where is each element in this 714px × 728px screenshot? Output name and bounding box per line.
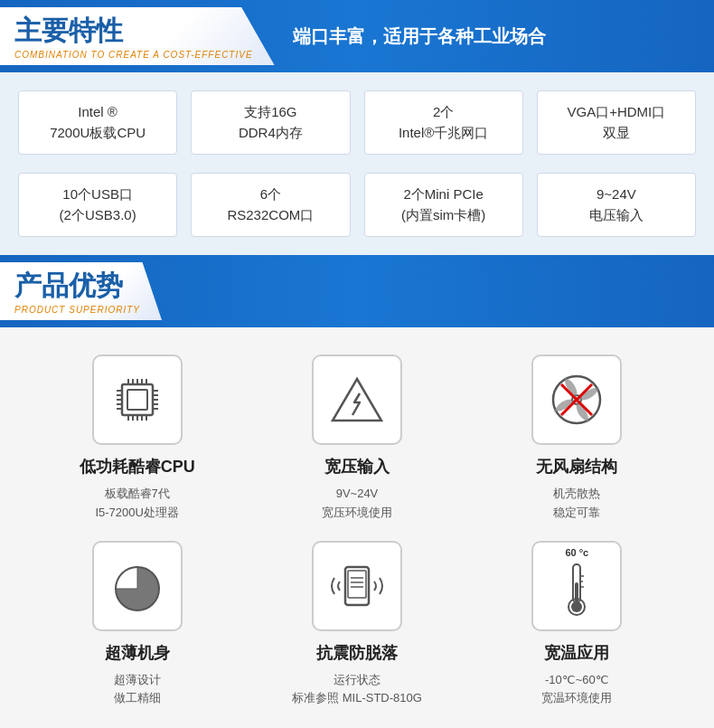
thin-icon <box>106 554 169 618</box>
thin-icon-box <box>92 541 183 631</box>
features-row2: 10个USB口 (2个USB3.0) 6个 RS232COM口 2个Mini P… <box>0 173 714 255</box>
advantage-title-thin: 超薄机身 <box>105 642 170 664</box>
feature-line2-6: (内置sim卡槽) <box>374 205 513 226</box>
feature-card-3: VGA口+HDMI口 双显 <box>537 90 696 155</box>
feature-line2-4: (2个USB3.0) <box>28 205 167 226</box>
advantage-desc-voltage: 9V~24V 宽压环境使用 <box>322 485 392 523</box>
advantage-title-fan: 无风扇结构 <box>536 456 617 477</box>
advantage-item-fan: 无风扇结构 机壳散热 稳定可靠 <box>476 355 678 523</box>
feature-line2-2: Intel®千兆网口 <box>374 123 513 144</box>
feature-card-5: 6个 RS232COM口 <box>191 173 350 237</box>
advantage-item-voltage: 宽压输入 9V~24V 宽压环境使用 <box>256 355 457 523</box>
feature-card-7: 9~24V 电压输入 <box>537 173 696 237</box>
advantage-item-temp: 60 °c 宽温应用 -10℃~60℃ 宽温环境使用 <box>476 541 678 709</box>
advantage-desc-cpu: 板载酷睿7代 I5-7200U处理器 <box>95 485 178 523</box>
section1-subtitle: COMBINATION TO CREATE A COST-EFFECTIVE <box>14 50 253 60</box>
advantage-item-shock: 抗震防脱落 运行状态 标准参照 MIL-STD-810G <box>256 541 457 709</box>
cpu-icon <box>106 368 169 431</box>
feature-line1-3: VGA口+HDMI口 <box>547 102 686 123</box>
feature-line2-0: 7200U板载CPU <box>28 123 167 144</box>
section1-title-badge: 主要特性 COMBINATION TO CREATE A COST-EFFECT… <box>0 7 275 65</box>
fan-icon-box <box>531 355 622 445</box>
feature-line1-1: 支持16G <box>201 102 340 123</box>
advantage-desc-temp: -10℃~60℃ 宽温环境使用 <box>541 671 612 709</box>
advantage-title-temp: 宽温应用 <box>544 642 609 664</box>
advantage-grid: 低功耗酷睿CPU 板载酷睿7代 I5-7200U处理器 宽压输入 9V~24V … <box>0 327 714 728</box>
advantage-item-cpu: 低功耗酷睿CPU 板载酷睿7代 I5-7200U处理器 <box>36 355 238 523</box>
advantage-title-voltage: 宽压输入 <box>324 456 390 477</box>
section2-header: 产品优势 PRODUCT SUPERIORITY <box>0 255 714 327</box>
feature-card-2: 2个 Intel®千兆网口 <box>364 90 523 155</box>
voltage-icon <box>325 368 389 431</box>
svg-rect-1 <box>127 390 147 410</box>
voltage-icon-box <box>312 355 402 445</box>
section1-header-right: 端口丰富，适用于各种工业场合 <box>293 24 546 49</box>
feature-line1-6: 2个Mini PCIe <box>374 184 513 205</box>
section2-title: 产品优势 <box>14 268 140 305</box>
advantage-title-shock: 抗震防脱落 <box>316 642 398 664</box>
fan-icon <box>545 368 608 431</box>
feature-card-6: 2个Mini PCIe (内置sim卡槽) <box>364 173 523 237</box>
section1-title: 主要特性 <box>14 13 253 50</box>
feature-line1-0: Intel ® <box>28 102 167 123</box>
shock-icon <box>325 554 389 618</box>
section2-title-badge: 产品优势 PRODUCT SUPERIORITY <box>0 262 162 320</box>
advantage-item-thin: 超薄机身 超薄设计 做工精细 <box>36 541 238 709</box>
feature-card-0: Intel ® 7200U板载CPU <box>18 90 177 155</box>
cpu-icon-box <box>92 355 183 445</box>
advantage-desc-fan: 机壳散热 稳定可靠 <box>553 485 600 523</box>
feature-line2-1: DDR4内存 <box>201 123 340 144</box>
section2-subtitle: PRODUCT SUPERIORITY <box>14 305 140 315</box>
temp-icon <box>550 560 604 625</box>
feature-line1-7: 9~24V <box>547 184 686 205</box>
feature-line2-7: 电压输入 <box>547 205 686 226</box>
svg-point-36 <box>571 601 582 612</box>
temp-icon-box: 60 °c <box>531 541 622 631</box>
feature-card-4: 10个USB口 (2个USB3.0) <box>18 173 177 237</box>
temp-label: 60 °c <box>565 547 588 558</box>
shock-icon-box <box>312 541 402 631</box>
feature-line1-2: 2个 <box>374 102 513 123</box>
feature-line1-4: 10个USB口 <box>28 184 167 205</box>
svg-rect-28 <box>345 567 369 605</box>
feature-line2-3: 双显 <box>547 123 686 144</box>
features-row1: Intel ® 7200U板载CPU 支持16G DDR4内存 2个 Intel… <box>0 72 714 173</box>
feature-line1-5: 6个 <box>201 184 340 205</box>
section1-header: 主要特性 COMBINATION TO CREATE A COST-EFFECT… <box>0 0 714 72</box>
feature-card-1: 支持16G DDR4内存 <box>191 90 350 155</box>
feature-line2-5: RS232COM口 <box>201 205 340 226</box>
svg-rect-29 <box>348 571 366 598</box>
advantage-title-cpu: 低功耗酷睿CPU <box>80 456 195 477</box>
advantage-desc-shock: 运行状态 标准参照 MIL-STD-810G <box>292 671 422 709</box>
advantage-desc-thin: 超薄设计 做工精细 <box>114 671 161 709</box>
